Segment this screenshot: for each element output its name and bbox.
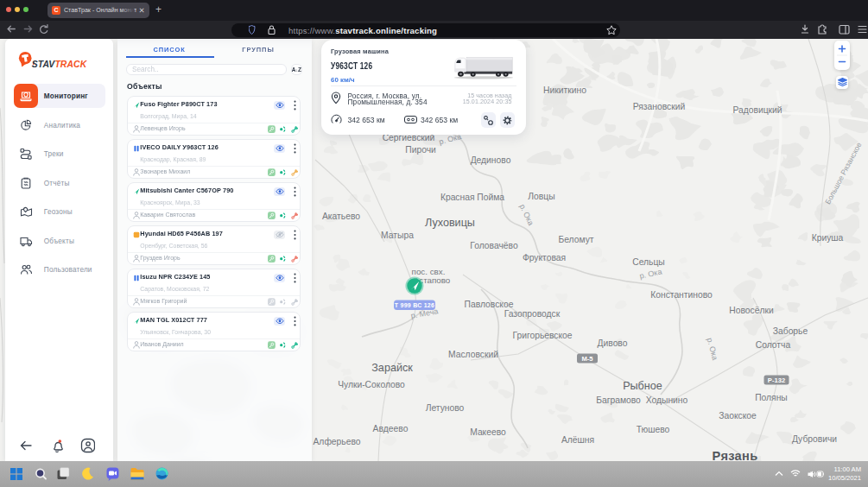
svg-text:Чулки-Соколово: Чулки-Соколово xyxy=(338,380,405,389)
svg-text:Матыра: Матыра xyxy=(381,231,414,240)
svg-text:Авдеево: Авдеево xyxy=(373,424,409,433)
svg-text:Поляны: Поляны xyxy=(755,393,788,402)
svg-text:Константиново: Константиново xyxy=(650,290,713,300)
svg-text:Газопроводск: Газопроводск xyxy=(504,309,561,319)
svg-text:Пирочи: Пирочи xyxy=(405,145,436,155)
svg-text:Макеево: Макеево xyxy=(470,427,506,437)
svg-text:Радовицкий: Радовицкий xyxy=(732,105,782,115)
svg-text:Баграмово: Баграмово xyxy=(596,395,641,405)
svg-text:Криуша: Криуша xyxy=(812,233,844,243)
svg-text:Т 999 ВС 126: Т 999 ВС 126 xyxy=(395,302,434,308)
svg-text:Новосёлки: Новосёлки xyxy=(729,306,774,315)
svg-text:Павловское: Павловское xyxy=(465,300,514,309)
svg-text:Тюшево: Тюшево xyxy=(637,425,670,434)
svg-text:Дивово: Дивово xyxy=(598,338,628,348)
svg-text:Р-132: Р-132 xyxy=(768,376,785,384)
svg-text:Акатьево: Акатьево xyxy=(322,212,360,221)
svg-text:Солотча: Солотча xyxy=(756,340,791,350)
svg-text:Алферьево: Алферьево xyxy=(314,437,361,446)
svg-text:Головачёво: Головачёво xyxy=(470,241,518,250)
svg-text:Рыбное: Рыбное xyxy=(623,380,662,392)
svg-text:Рязановский: Рязановский xyxy=(633,102,686,111)
svg-text:Ходынино: Ходынино xyxy=(646,395,688,405)
svg-text:Алёшня: Алёшня xyxy=(561,435,594,445)
svg-text:Беломут: Беломут xyxy=(558,235,593,244)
svg-text:Никиткино: Никиткино xyxy=(543,85,586,95)
svg-text:Сельцы: Сельцы xyxy=(632,257,665,267)
svg-text:Григорьевское: Григорьевское xyxy=(512,331,572,340)
svg-text:Красная Пойма: Красная Пойма xyxy=(440,193,504,202)
svg-text:Ловцы: Ловцы xyxy=(528,192,554,201)
svg-text:Летуново: Летуново xyxy=(426,403,465,413)
svg-text:Заборье: Заборье xyxy=(773,326,808,336)
svg-text:Дубровичи: Дубровичи xyxy=(792,434,837,444)
svg-text:Масловский: Масловский xyxy=(448,350,498,359)
svg-text:Рязань: Рязань xyxy=(713,449,758,461)
svg-text:Луховицы: Луховицы xyxy=(425,217,475,229)
svg-text:Зарайск: Зарайск xyxy=(371,362,413,374)
svg-text:STAVTRACK: STAVTRACK xyxy=(32,60,88,69)
svg-text:Дединово: Дединово xyxy=(471,155,511,165)
svg-text:М-5: М-5 xyxy=(581,355,593,363)
svg-text:Фруктовая: Фруктовая xyxy=(523,253,566,262)
svg-text:Заокское: Заокское xyxy=(719,411,757,421)
